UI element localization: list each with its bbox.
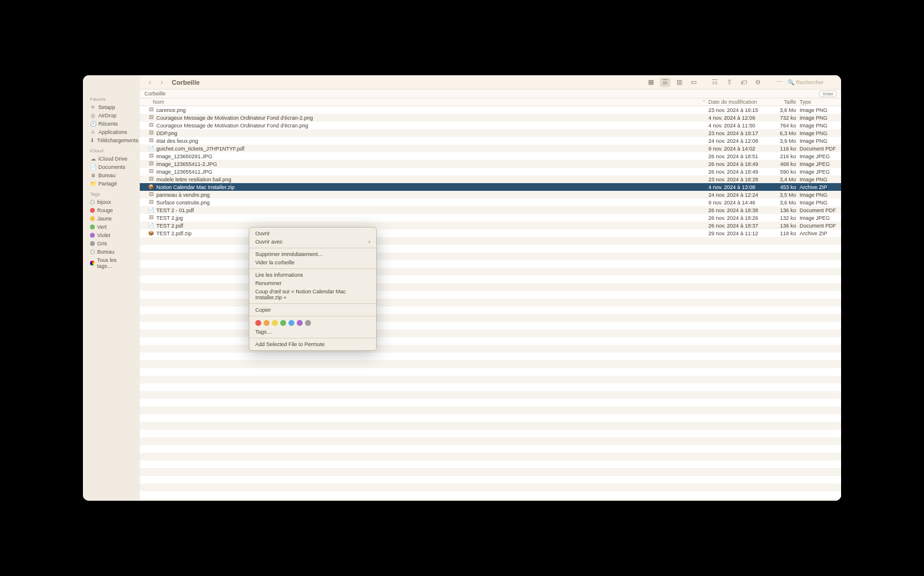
sidebar-item[interactable]: AApplications <box>88 128 135 136</box>
more-button[interactable]: ⋯ <box>774 78 784 87</box>
empty-row <box>140 491 841 499</box>
search-field[interactable]: 🔍 Rechercher <box>788 79 835 85</box>
file-row[interactable]: 🖼image_123655411-2.JPG 26 nov. 2024 à 18… <box>140 160 841 168</box>
ctx-open-with[interactable]: Ouvrir avec› <box>249 238 376 246</box>
ctx-tag-color[interactable] <box>280 320 286 326</box>
file-row[interactable]: 📦TEST 2.pdf.zip 29 nov. 2024 à 11:12 118… <box>140 229 841 237</box>
group-button[interactable]: ☷ <box>710 78 720 87</box>
view-columns-button[interactable]: ▥ <box>674 78 685 87</box>
col-header-type[interactable]: Type <box>800 99 841 105</box>
sidebar-item[interactable]: 📁Partagé <box>88 180 135 188</box>
ctx-tag-color[interactable] <box>297 320 303 326</box>
ctx-quicklook[interactable]: Coup d'œil sur « Notion Calendar Mac Ins… <box>249 287 376 302</box>
file-row[interactable]: 🖼Courageux Message de Motivation Ordinat… <box>140 114 841 121</box>
sidebar-tag-item[interactable]: Jaune <box>88 215 135 223</box>
file-name: image_123655411.JPG <box>156 169 213 175</box>
file-row[interactable]: 🖼panneau à vendre.png 24 nov. 2024 à 12:… <box>140 191 841 199</box>
ctx-tag-color[interactable] <box>264 320 270 326</box>
col-header-date[interactable]: Date de modification <box>708 99 768 105</box>
ctx-tag-color[interactable] <box>305 320 311 326</box>
ctx-open[interactable]: Ouvrir <box>249 229 376 238</box>
view-gallery-button[interactable]: ▭ <box>688 78 699 87</box>
file-name: Surface construite.png <box>156 200 210 206</box>
back-button[interactable]: ‹ <box>146 78 154 87</box>
file-row[interactable]: 🖼image_123655411.JPG 26 nov. 2024 à 18:4… <box>140 168 841 175</box>
file-type: Image JPEG <box>800 161 841 167</box>
ctx-add-permute[interactable]: Add Selected File to Permute <box>249 340 376 348</box>
file-size: 590 ko <box>768 169 800 175</box>
sidebar-tag-item[interactable]: Tous les tags… <box>88 256 135 270</box>
file-row[interactable]: 🖼carence.png 23 nov. 2024 à 16:15 3,6 Mo… <box>140 106 841 114</box>
file-type: Document PDF <box>800 146 841 152</box>
sidebar-tag-item[interactable]: Violet <box>88 231 135 239</box>
sidebar-tag-item[interactable]: Gris <box>88 239 135 248</box>
empty-row <box>140 268 841 276</box>
sidebar-tag-item[interactable]: Vert <box>88 223 135 231</box>
sidebar-tag-item[interactable]: Rouge <box>88 206 135 215</box>
sidebar-icon: ☁ <box>90 156 96 162</box>
sidebar-tag-item[interactable]: bijoux <box>88 198 135 206</box>
file-size: 468 ko <box>768 161 800 167</box>
file-row[interactable]: 📄TEST 2 - 01.pdf 26 nov. 2024 à 18:38 13… <box>140 206 841 214</box>
file-name: carence.png <box>156 107 186 113</box>
ctx-tag-color[interactable] <box>288 320 294 326</box>
file-row[interactable]: 🖼modele lettre resiliation bail.png 23 n… <box>140 175 841 183</box>
file-row[interactable]: 📄TEST 2.pdf 26 nov. 2024 à 18:37 136 ko … <box>140 222 841 229</box>
file-icon: 🖼 <box>148 115 154 121</box>
ctx-tags-more[interactable]: Tags… <box>249 328 376 336</box>
file-row[interactable]: 🖼Surface construite.png 9 nov. 2024 à 14… <box>140 199 841 206</box>
empty-row <box>140 252 841 260</box>
ctx-rename[interactable]: Renommer <box>249 279 376 287</box>
tag-dot-icon <box>90 225 95 229</box>
ctx-tag-color[interactable] <box>255 320 261 326</box>
tags-button[interactable]: 🏷 <box>738 78 749 87</box>
ctx-tag-color[interactable] <box>272 320 278 326</box>
empty-trash-button[interactable]: Vider <box>819 91 836 97</box>
file-row[interactable]: 📄guichet.com_tickets_J7HP1NTYF.pdf 9 nov… <box>140 145 841 152</box>
tag-dot-icon <box>90 200 95 204</box>
sidebar-item[interactable]: ⬇Téléchargements <box>88 136 135 145</box>
actions-button[interactable]: ⊖ <box>752 78 763 87</box>
sidebar-item[interactable]: ☁iCloud Drive <box>88 155 135 163</box>
ctx-get-info[interactable]: Lire les informations <box>249 271 376 279</box>
sidebar-item[interactable]: 📄Documents <box>88 163 135 171</box>
ctx-empty-trash[interactable]: Vider la corbeille <box>249 258 376 267</box>
sidebar-item-label: Violet <box>97 232 110 238</box>
file-date: 26 nov. 2024 à 18:26 <box>708 215 768 221</box>
col-header-name[interactable]: Nom ⌃ <box>142 99 708 105</box>
search-placeholder: Rechercher <box>796 79 824 85</box>
sidebar-tag-item[interactable]: Bureau <box>88 248 135 256</box>
empty-row <box>140 299 841 306</box>
sidebar-item[interactable]: ◎AirDrop <box>88 111 135 120</box>
share-button[interactable]: ⇪ <box>724 78 734 87</box>
file-row[interactable]: 🖼TEST 2.jpg 26 nov. 2024 à 18:26 132 ko … <box>140 214 841 222</box>
sidebar-item[interactable]: 🖥Bureau <box>88 171 135 180</box>
sidebar-item[interactable]: ✳Setapp <box>88 103 135 111</box>
path-text: Corbeille <box>145 91 166 97</box>
file-icon: 🖼 <box>148 153 154 159</box>
file-type: Image JPEG <box>800 169 841 175</box>
empty-row <box>140 237 841 245</box>
file-type: Archive ZIP <box>800 184 841 190</box>
search-icon: 🔍 <box>788 79 794 85</box>
file-name: image_123655411-2.JPG <box>156 161 217 167</box>
ctx-delete-now[interactable]: Supprimer immédiatement… <box>249 250 376 258</box>
file-row[interactable]: 🖼DDP.png 23 nov. 2024 à 19:17 6,3 Mo Ima… <box>140 129 841 137</box>
ctx-copy[interactable]: Copier <box>249 306 376 314</box>
file-row[interactable]: 🖼état des lieux.png 24 nov. 2024 à 12:08… <box>140 137 841 145</box>
col-header-size[interactable]: Taille <box>768 99 800 105</box>
file-icon: 🖼 <box>148 161 154 167</box>
view-icons-button[interactable]: ▦ <box>646 78 656 87</box>
file-row[interactable]: 🖼image_123650291.JPG 26 nov. 2024 à 18:5… <box>140 152 841 160</box>
empty-row <box>140 468 841 476</box>
sidebar-item[interactable]: 🕘Récents <box>88 120 135 128</box>
file-row[interactable]: 📦Notion Calendar Mac Installer.zip 4 nov… <box>140 183 841 191</box>
column-headers[interactable]: Nom ⌃ Date de modification Taille Type <box>140 98 841 106</box>
file-icon: 🖼 <box>148 138 154 144</box>
file-row[interactable]: 🖼Courageux Message de Motivation Ordinat… <box>140 121 841 129</box>
file-name: TEST 2 - 01.pdf <box>156 207 194 213</box>
forward-button[interactable]: › <box>158 78 166 87</box>
view-list-button[interactable]: ☰ <box>660 78 670 87</box>
empty-row <box>140 422 841 430</box>
sidebar-item-label: Rouge <box>97 207 113 213</box>
